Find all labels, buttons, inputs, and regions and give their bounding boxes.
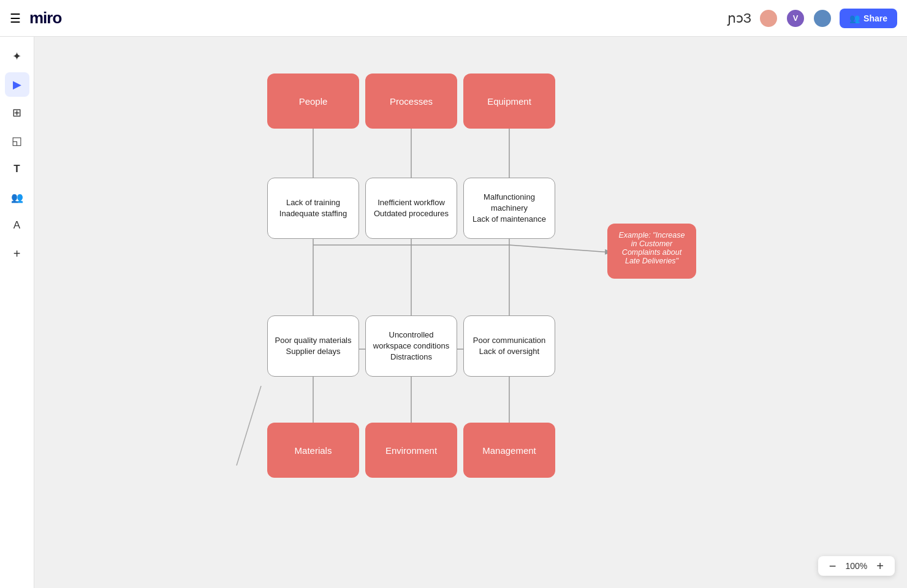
sidebar-item-table[interactable]: ⊞ [5,100,29,125]
share-icon: 👥 [849,13,860,23]
sidebar-item-more[interactable]: + [5,241,29,266]
zoom-bar: − 100% + [818,556,895,576]
slash-decoration [230,386,267,466]
node-wn4[interactable]: Poor quality materials Supplier delays [267,315,359,377]
topbar: ☰ miro ɲɔЗ V 👥 Share [0,0,907,37]
cursor-icon: ▶ [13,78,21,91]
topbar-right: ɲɔЗ V 👥 Share [727,9,897,28]
sidebar-item-sticky[interactable]: ◱ [5,129,29,153]
connector-lines [267,74,745,551]
node-wn5[interactable]: Uncontrolled workspace conditions Distra… [365,315,457,377]
topbar-left: ☰ miro [10,9,61,28]
share-label: Share [863,13,887,23]
zoom-out-button[interactable]: − [827,560,839,572]
svg-line-18 [237,386,261,466]
node-management[interactable]: Management [463,423,555,478]
sidebar: ✦ ▶ ⊞ ◱ T 👥 A + [0,37,34,588]
node-wn2[interactable]: Inefficient workflow Outdated procedures [365,178,457,239]
miro-logo: miro [29,9,61,28]
avatar-user2[interactable]: V [786,9,805,28]
canvas[interactable]: People Processes Equipment Lack of train… [34,37,907,588]
sidebar-item-font[interactable]: A [5,213,29,238]
collab-symbol: ɲɔЗ [727,10,751,26]
sticky-icon: ◱ [12,134,22,148]
node-wn6[interactable]: Poor communication Lack of oversight [463,315,555,377]
table-icon: ⊞ [12,106,21,119]
sidebar-item-text[interactable]: T [5,157,29,181]
people-icon: 👥 [11,192,23,203]
hamburger-icon[interactable]: ☰ [10,12,21,24]
node-wn1[interactable]: Lack of training Inadequate staffing [267,178,359,239]
sidebar-item-ai[interactable]: ✦ [5,44,29,69]
node-people[interactable]: People [267,74,359,129]
node-example[interactable]: Example: "Increase in Customer Complaint… [607,224,696,279]
font-icon: A [13,219,20,232]
node-processes[interactable]: Processes [365,74,457,129]
diagram: People Processes Equipment Lack of train… [267,74,745,551]
zoom-level: 100% [843,561,869,571]
node-equipment[interactable]: Equipment [463,74,555,129]
zoom-in-button[interactable]: + [874,560,886,572]
sidebar-item-people[interactable]: 👥 [5,185,29,209]
sidebar-item-select[interactable]: ▶ [5,72,29,97]
text-icon: T [13,163,20,175]
sparkle-icon: ✦ [12,50,21,63]
node-materials[interactable]: Materials [267,423,359,478]
avatar-user3[interactable] [813,9,832,28]
node-environment[interactable]: Environment [365,423,457,478]
avatar-user1[interactable] [759,9,778,28]
plus-icon: + [13,247,21,261]
share-button[interactable]: 👥 Share [840,9,897,28]
node-wn3[interactable]: Malfunctioning machinery Lack of mainten… [463,178,555,239]
svg-line-7 [509,245,610,252]
